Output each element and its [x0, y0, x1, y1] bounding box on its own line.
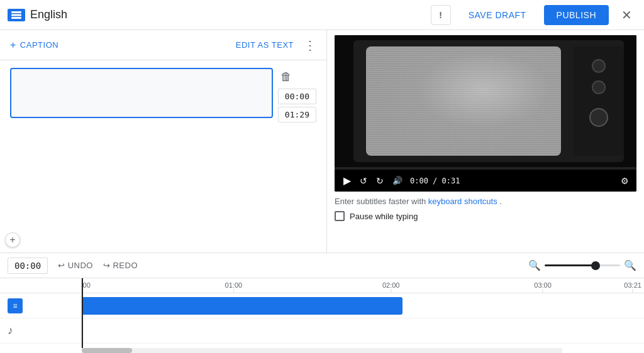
trash-icon: 🗑: [280, 70, 292, 83]
zoom-slider[interactable]: [545, 264, 620, 266]
zoom-in-icon: 🔍: [624, 259, 636, 271]
caption-toolbar-right: EDIT AS TEXT ⋮: [236, 38, 316, 53]
playhead[interactable]: [82, 278, 83, 348]
more-options-button[interactable]: ⋮: [304, 38, 316, 53]
ruler-mark-4: 03:21: [624, 281, 641, 293]
save-draft-button[interactable]: SAVE DRAFT: [458, 5, 536, 25]
left-panel: + CAPTION EDIT AS TEXT ⋮ 🗑 00:00 01:29 +: [0, 30, 327, 253]
volume-button[interactable]: 🔊: [391, 175, 404, 187]
redo-button[interactable]: ↪ REDO: [103, 261, 138, 270]
track-content: 00:00 01:00 02:00 03:00 03:21: [82, 278, 644, 348]
caption-textarea[interactable]: [10, 68, 273, 118]
subtitle-track: [82, 293, 644, 318]
svg-rect-0: [11, 11, 21, 13]
zoom-in-button[interactable]: 🔍: [624, 259, 636, 271]
ruler-mark-3: 03:00: [534, 281, 552, 293]
time-ruler: 00:00 01:00 02:00 03:00 03:21: [82, 278, 644, 293]
ruler-mark-2: 02:00: [382, 281, 400, 293]
right-panel: ▶ ↺ ↻ 🔊 0:00 / 0:31 ⚙ Enter subtitles: [327, 30, 644, 253]
delete-caption-button[interactable]: 🗑: [278, 68, 294, 86]
settings-button[interactable]: ⚙: [621, 176, 629, 186]
music-track: [82, 318, 644, 344]
music-track-label: ♪: [0, 318, 81, 344]
forward-icon: ↻: [376, 176, 384, 186]
svg-rect-2: [11, 17, 21, 19]
edit-as-text-button[interactable]: EDIT AS TEXT: [236, 40, 294, 50]
pause-typing-row: Pause while typing: [335, 211, 636, 221]
add-row-icon: +: [9, 234, 15, 246]
video-container: ▶ ↺ ↻ 🔊 0:00 / 0:31 ⚙: [335, 35, 636, 192]
header-actions: ! SAVE DRAFT PUBLISH ✕: [431, 5, 636, 25]
add-row-button[interactable]: +: [5, 232, 20, 247]
zoom-out-icon: 🔍: [528, 259, 541, 271]
playhead-triangle: [82, 278, 86, 280]
header: English ! SAVE DRAFT PUBLISH ✕: [0, 0, 644, 30]
svg-rect-1: [11, 14, 21, 16]
page-title: English: [30, 8, 67, 21]
video-controls-bar: ▶ ↺ ↻ 🔊 0:00 / 0:31 ⚙: [335, 170, 636, 192]
caption-toolbar: + CAPTION EDIT AS TEXT ⋮: [0, 30, 326, 60]
redo-icon: ↪: [103, 261, 111, 270]
track-labels: ≡ ♪: [0, 278, 82, 348]
zoom-out-button[interactable]: 🔍: [528, 259, 541, 271]
timeline-scrollbar-track[interactable]: [82, 348, 562, 353]
play-button[interactable]: ▶: [342, 173, 352, 188]
pause-while-typing-checkbox[interactable]: [335, 211, 345, 221]
subtitle-block[interactable]: [82, 297, 402, 315]
undo-button[interactable]: ↩ UNDO: [58, 261, 93, 270]
caption-area: 🗑 00:00 01:29 +: [0, 60, 326, 253]
timeline-counter: 00:00: [8, 258, 48, 274]
play-icon: ▶: [343, 175, 351, 187]
zoom-controls: 🔍 🔍: [528, 259, 636, 271]
timeline-toolbar: 00:00 ↩ UNDO ↪ REDO 🔍 🔍: [0, 253, 644, 278]
plus-icon: +: [10, 40, 16, 51]
forward-button[interactable]: ↻: [375, 175, 385, 187]
app-logo-icon: [8, 9, 25, 21]
caption-input-wrapper: [10, 68, 273, 245]
close-button[interactable]: ✕: [616, 5, 636, 25]
pause-while-typing-label: Pause while typing: [350, 212, 418, 221]
volume-icon: 🔊: [392, 176, 402, 185]
music-icon: ♪: [8, 324, 13, 337]
ruler-mark-0: 00:00: [82, 281, 91, 293]
subtitle-track-icon: ≡: [8, 298, 23, 313]
caption-controls: 🗑 00:00 01:29: [278, 68, 316, 245]
caption-end-time[interactable]: 01:29: [278, 107, 316, 122]
main-area: + CAPTION EDIT AS TEXT ⋮ 🗑 00:00 01:29 +: [0, 30, 644, 253]
publish-button[interactable]: PUBLISH: [544, 5, 609, 25]
time-display: 0:00 / 0:31: [410, 176, 460, 185]
replay-icon: ↺: [360, 176, 367, 186]
ruler-mark-1: 01:00: [225, 281, 243, 293]
undo-icon: ↩: [58, 261, 65, 270]
timeline-section: 00:00 ↩ UNDO ↪ REDO 🔍 🔍 ≡: [0, 253, 644, 353]
header-logo: English: [8, 8, 431, 21]
timeline-tracks: ≡ ♪ 00:00 01:00 02:00: [0, 278, 644, 348]
caption-start-time[interactable]: 00:00: [278, 89, 316, 104]
feedback-button[interactable]: !: [431, 5, 451, 25]
replay-button[interactable]: ↺: [358, 175, 369, 187]
keyboard-shortcuts-link[interactable]: keyboard shortcuts: [428, 197, 497, 206]
settings-icon: ⚙: [621, 176, 629, 186]
video-progress-bar[interactable]: [335, 167, 636, 170]
timeline-scrollbar-thumb[interactable]: [82, 348, 132, 353]
add-caption-button[interactable]: + CAPTION: [10, 40, 58, 51]
subtitle-track-label: ≡: [0, 293, 81, 318]
subtitle-hint: Enter subtitles faster with keyboard sho…: [335, 192, 636, 209]
subtitle-icon: ≡: [13, 301, 17, 310]
video-thumbnail: [335, 35, 636, 167]
